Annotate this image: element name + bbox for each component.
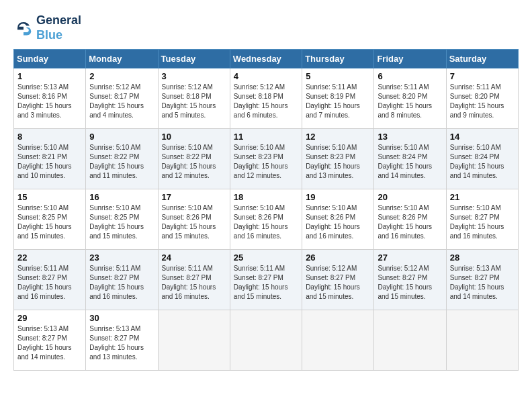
sunset-label: Sunset: 8:27 PM	[450, 214, 500, 221]
daylight-label: Daylight: 15 hours and 13 minutes.	[306, 163, 360, 179]
sunrise-label: Sunrise: 5:11 AM	[450, 83, 501, 91]
sunrise-label: Sunrise: 5:10 AM	[234, 204, 285, 212]
day-number: 9	[89, 132, 154, 142]
sunset-label: Sunset: 8:26 PM	[378, 214, 427, 221]
sunset-label: Sunset: 8:27 PM	[89, 334, 139, 342]
sunrise-label: Sunrise: 5:10 AM	[450, 204, 501, 212]
day-number: 23	[89, 253, 154, 263]
sunset-label: Sunset: 8:21 PM	[17, 153, 67, 161]
day-info: Sunrise: 5:11 AM Sunset: 8:20 PM Dayligh…	[450, 83, 515, 120]
calendar-table: SundayMondayTuesdayWednesdayThursdayFrid…	[13, 49, 519, 371]
calendar-cell: 10 Sunrise: 5:10 AM Sunset: 8:22 PM Dayl…	[158, 129, 230, 189]
sunset-label: Sunset: 8:18 PM	[234, 93, 283, 100]
day-number: 13	[378, 132, 442, 142]
daylight-label: Daylight: 15 hours and 16 minutes.	[450, 223, 504, 240]
day-number: 20	[378, 192, 442, 202]
weekday-header-sunday: Sunday	[14, 50, 86, 68]
sunset-label: Sunset: 8:18 PM	[162, 93, 212, 100]
calendar-cell: 9 Sunrise: 5:10 AM Sunset: 8:22 PM Dayli…	[86, 129, 158, 189]
calendar-cell: 17 Sunrise: 5:10 AM Sunset: 8:26 PM Dayl…	[158, 189, 230, 250]
daylight-label: Daylight: 15 hours and 12 minutes.	[162, 163, 216, 179]
weekday-header-tuesday: Tuesday	[158, 50, 230, 68]
day-number: 17	[162, 192, 226, 202]
calendar-cell	[158, 310, 230, 371]
calendar-cell: 7 Sunrise: 5:11 AM Sunset: 8:20 PM Dayli…	[446, 68, 518, 129]
calendar-cell: 23 Sunrise: 5:11 AM Sunset: 8:27 PM Dayl…	[86, 250, 158, 310]
sunrise-label: Sunrise: 5:12 AM	[162, 83, 213, 91]
calendar-cell	[230, 310, 302, 371]
day-number: 12	[306, 132, 370, 142]
daylight-label: Daylight: 15 hours and 16 minutes.	[234, 223, 288, 240]
day-number: 22	[17, 253, 82, 263]
calendar-cell: 25 Sunrise: 5:11 AM Sunset: 8:27 PM Dayl…	[230, 250, 302, 310]
day-number: 10	[162, 132, 226, 142]
sunrise-label: Sunrise: 5:10 AM	[89, 204, 140, 212]
daylight-label: Daylight: 15 hours and 9 minutes.	[450, 102, 504, 119]
weekday-header-wednesday: Wednesday	[230, 50, 302, 68]
calendar-week-row: 1 Sunrise: 5:13 AM Sunset: 8:16 PM Dayli…	[14, 68, 519, 129]
calendar-cell: 30 Sunrise: 5:13 AM Sunset: 8:27 PM Dayl…	[86, 310, 158, 371]
sunset-label: Sunset: 8:27 PM	[17, 334, 67, 342]
daylight-label: Daylight: 15 hours and 14 minutes.	[17, 344, 72, 361]
calendar-cell: 26 Sunrise: 5:12 AM Sunset: 8:27 PM Dayl…	[302, 250, 374, 310]
calendar-week-row: 8 Sunrise: 5:10 AM Sunset: 8:21 PM Dayli…	[14, 129, 519, 189]
sunrise-label: Sunrise: 5:10 AM	[17, 204, 69, 212]
sunset-label: Sunset: 8:27 PM	[234, 274, 283, 281]
daylight-label: Daylight: 15 hours and 16 minutes.	[162, 283, 216, 300]
logo-icon	[13, 18, 34, 38]
weekday-header-saturday: Saturday	[446, 50, 518, 68]
day-info: Sunrise: 5:10 AM Sunset: 8:26 PM Dayligh…	[162, 203, 226, 241]
day-info: Sunrise: 5:11 AM Sunset: 8:20 PM Dayligh…	[378, 83, 442, 120]
day-info: Sunrise: 5:11 AM Sunset: 8:27 PM Dayligh…	[17, 264, 82, 302]
daylight-label: Daylight: 15 hours and 15 minutes.	[234, 283, 288, 300]
calendar-cell: 21 Sunrise: 5:10 AM Sunset: 8:27 PM Dayl…	[446, 189, 518, 250]
sunrise-label: Sunrise: 5:10 AM	[378, 144, 429, 151]
sunrise-label: Sunrise: 5:10 AM	[450, 144, 501, 151]
calendar-cell: 19 Sunrise: 5:10 AM Sunset: 8:26 PM Dayl…	[302, 189, 374, 250]
day-number: 30	[89, 313, 154, 323]
sunset-label: Sunset: 8:24 PM	[378, 153, 427, 161]
day-info: Sunrise: 5:10 AM Sunset: 8:21 PM Dayligh…	[17, 143, 82, 181]
day-number: 8	[17, 132, 82, 142]
day-info: Sunrise: 5:10 AM Sunset: 8:24 PM Dayligh…	[378, 143, 442, 181]
day-info: Sunrise: 5:10 AM Sunset: 8:24 PM Dayligh…	[450, 143, 515, 181]
day-number: 4	[234, 71, 298, 81]
daylight-label: Daylight: 15 hours and 5 minutes.	[162, 102, 216, 119]
daylight-label: Daylight: 15 hours and 14 minutes.	[378, 163, 432, 179]
day-number: 24	[162, 253, 226, 263]
calendar-week-row: 29 Sunrise: 5:13 AM Sunset: 8:27 PM Dayl…	[14, 310, 519, 371]
day-info: Sunrise: 5:10 AM Sunset: 8:22 PM Dayligh…	[162, 143, 226, 181]
calendar-cell: 16 Sunrise: 5:10 AM Sunset: 8:25 PM Dayl…	[86, 189, 158, 250]
day-info: Sunrise: 5:12 AM Sunset: 8:27 PM Dayligh…	[378, 264, 442, 302]
sunset-label: Sunset: 8:26 PM	[306, 214, 355, 221]
daylight-label: Daylight: 15 hours and 14 minutes.	[450, 283, 504, 300]
sunrise-label: Sunrise: 5:10 AM	[306, 204, 357, 212]
day-info: Sunrise: 5:13 AM Sunset: 8:27 PM Dayligh…	[450, 264, 515, 302]
calendar-cell: 22 Sunrise: 5:11 AM Sunset: 8:27 PM Dayl…	[14, 250, 86, 310]
daylight-label: Daylight: 15 hours and 16 minutes.	[17, 283, 72, 300]
sunrise-label: Sunrise: 5:10 AM	[162, 204, 213, 212]
logo-text: General Blue	[36, 13, 81, 42]
sunset-label: Sunset: 8:23 PM	[306, 153, 355, 161]
day-number: 6	[378, 71, 442, 81]
sunrise-label: Sunrise: 5:11 AM	[89, 265, 140, 272]
calendar-cell: 6 Sunrise: 5:11 AM Sunset: 8:20 PM Dayli…	[374, 68, 446, 129]
day-number: 2	[89, 71, 154, 81]
daylight-label: Daylight: 15 hours and 15 minutes.	[162, 223, 216, 240]
calendar-cell: 29 Sunrise: 5:13 AM Sunset: 8:27 PM Dayl…	[14, 310, 86, 371]
sunrise-label: Sunrise: 5:12 AM	[378, 265, 429, 272]
sunrise-label: Sunrise: 5:10 AM	[162, 144, 213, 151]
logo: General Blue	[13, 13, 81, 42]
day-number: 18	[234, 192, 298, 202]
day-info: Sunrise: 5:13 AM Sunset: 8:27 PM Dayligh…	[89, 324, 154, 362]
sunset-label: Sunset: 8:27 PM	[89, 274, 139, 281]
day-info: Sunrise: 5:10 AM Sunset: 8:25 PM Dayligh…	[17, 203, 82, 241]
calendar-week-row: 15 Sunrise: 5:10 AM Sunset: 8:25 PM Dayl…	[14, 189, 519, 250]
sunset-label: Sunset: 8:19 PM	[306, 93, 355, 100]
calendar-header-row: SundayMondayTuesdayWednesdayThursdayFrid…	[14, 50, 519, 68]
calendar-cell: 4 Sunrise: 5:12 AM Sunset: 8:18 PM Dayli…	[230, 68, 302, 129]
calendar-cell	[302, 310, 374, 371]
daylight-label: Daylight: 15 hours and 15 minutes.	[89, 223, 144, 240]
sunset-label: Sunset: 8:27 PM	[17, 274, 67, 281]
daylight-label: Daylight: 15 hours and 7 minutes.	[306, 102, 360, 119]
